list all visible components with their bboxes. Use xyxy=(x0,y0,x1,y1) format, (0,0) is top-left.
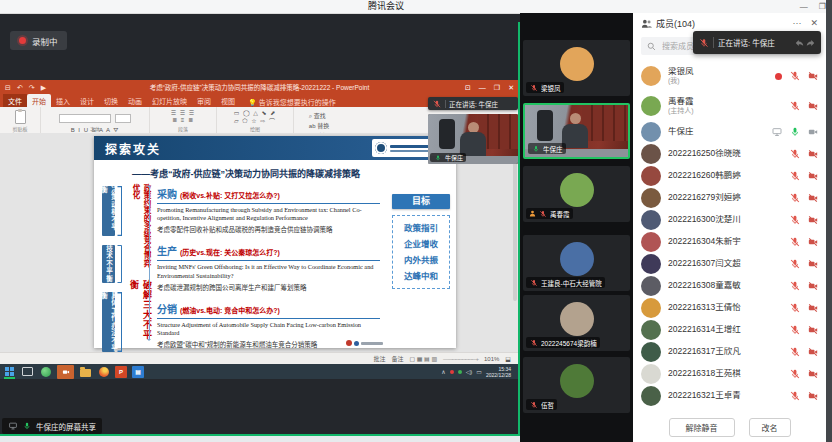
camera-icon[interactable] xyxy=(808,259,818,269)
video-thumbnail[interactable]: 牛保庄 xyxy=(523,103,630,159)
camera-icon[interactable] xyxy=(808,325,818,335)
tray-expand-icon[interactable]: ∧ xyxy=(441,368,445,375)
reply-arrow-icon[interactable] xyxy=(806,39,815,47)
ppt-minimize-button[interactable]: — xyxy=(479,84,486,91)
rename-button[interactable]: 改名 xyxy=(749,418,791,437)
network-icon[interactable]: ▭ xyxy=(476,368,482,375)
camera-icon[interactable] xyxy=(808,171,818,181)
speaker-video[interactable]: 牛保庄 xyxy=(428,114,518,164)
clipboard-group[interactable]: 剪贴板 xyxy=(0,107,41,133)
mic-icon[interactable] xyxy=(790,215,800,225)
mic-icon[interactable] xyxy=(790,347,800,357)
camera-icon[interactable] xyxy=(808,303,818,313)
mic-icon[interactable] xyxy=(790,237,800,247)
member-row[interactable]: 梁银凤 (我) xyxy=(633,61,826,91)
app-icon-blue[interactable]: ▤ xyxy=(132,366,144,378)
mic-icon[interactable] xyxy=(790,259,800,269)
editing-group[interactable]: ⌕ 查找 ab 替换 ▷ 选择 xyxy=(294,107,344,133)
camera-icon[interactable] xyxy=(808,237,818,247)
meeting-app-icon-active[interactable] xyxy=(57,365,74,379)
member-row[interactable]: 禹春霞 (主持人) xyxy=(633,91,826,121)
mic-icon[interactable] xyxy=(790,149,800,159)
zoom-level[interactable]: 101% xyxy=(484,356,499,362)
member-row[interactable]: 2022216304朱新宇 xyxy=(633,231,826,253)
member-row[interactable]: 2022216260韩鹏婷 xyxy=(633,165,826,187)
camera-icon[interactable] xyxy=(808,281,818,291)
ribbon-tab[interactable]: 设计 xyxy=(75,94,99,107)
mic-icon[interactable] xyxy=(790,127,800,137)
tray-red-icon[interactable] xyxy=(450,370,454,374)
mic-icon[interactable] xyxy=(790,171,800,181)
video-thumbnail[interactable]: 2022245674梁韵楠 xyxy=(523,295,630,351)
mic-icon[interactable] xyxy=(790,193,800,203)
camera-icon[interactable] xyxy=(808,193,818,203)
mic-icon[interactable] xyxy=(790,101,800,111)
camera-icon[interactable] xyxy=(808,101,818,111)
drawing-group[interactable]: ▭ ◯ △ ⬊ ⬈ ▱ ⬠ ☆ ⇨ ⌒ 绘图 xyxy=(217,107,294,133)
mic-icon[interactable] xyxy=(790,303,800,313)
raise-hand-arrow-icon[interactable] xyxy=(795,39,804,47)
ribbon-tab[interactable]: 幻灯片放映 xyxy=(147,94,192,107)
save-icon[interactable]: ⊟ xyxy=(5,84,11,92)
ribbon-tab[interactable]: 开始 xyxy=(27,94,51,107)
camera-icon[interactable] xyxy=(808,369,818,379)
paste-icon[interactable] xyxy=(15,110,26,124)
ribbon-options-icon[interactable]: ⊡ xyxy=(465,84,471,92)
quick-access-toolbar[interactable]: ⊟↶↷▶ xyxy=(5,80,46,95)
task-view-button[interactable] xyxy=(21,365,34,378)
firefox-icon[interactable] xyxy=(97,365,110,378)
browser-icon[interactable] xyxy=(39,365,52,378)
replace-button[interactable]: ab 替换 xyxy=(309,121,329,130)
start-button[interactable] xyxy=(3,365,16,378)
tab-file[interactable]: 文件 xyxy=(3,94,27,107)
ribbon-tab[interactable]: 切换 xyxy=(99,94,123,107)
find-button[interactable]: ⌕ 查找 xyxy=(309,111,329,120)
panel-more-button[interactable]: ··· xyxy=(792,18,801,28)
member-row[interactable]: 2022216314王增红 xyxy=(633,319,826,341)
mic-icon[interactable] xyxy=(790,281,800,291)
mic-icon[interactable] xyxy=(790,391,800,401)
minimize-button[interactable]: — xyxy=(800,2,808,11)
video-thumbnail[interactable]: 王建良-中石大经管院 xyxy=(523,235,630,291)
member-row[interactable]: 2022216308童嘉敏 xyxy=(633,275,826,297)
unmute-all-button[interactable]: 解除静音 xyxy=(669,418,735,437)
camera-icon[interactable] xyxy=(808,149,818,159)
member-row[interactable]: 2022216321王卓青 xyxy=(633,385,826,407)
fit-slide-icon[interactable]: ⬓ xyxy=(505,355,511,362)
ribbon-tab[interactable]: 审阅 xyxy=(192,94,216,107)
ppt-close-button[interactable]: ✕ xyxy=(508,84,514,92)
maximize-button[interactable]: ❐ xyxy=(819,2,826,11)
panel-close-button[interactable]: ✕ xyxy=(810,18,818,28)
member-row[interactable]: 牛保庄 xyxy=(633,121,826,143)
redo-icon[interactable]: ↷ xyxy=(29,84,35,92)
font-name-box[interactable] xyxy=(59,114,111,123)
member-row[interactable]: 2022216318王苑棋 xyxy=(633,363,826,385)
ppt-restore-button[interactable]: ❐ xyxy=(494,84,500,92)
ribbon-tab[interactable]: 插入 xyxy=(51,94,75,107)
comments-button[interactable]: 批注 xyxy=(373,354,385,363)
tell-me-box[interactable]: 💡 告诉我您想要执行的操作 xyxy=(248,97,336,107)
slideshow-icon[interactable]: ▶ xyxy=(41,84,46,92)
ribbon-tab[interactable]: 动画 xyxy=(123,94,147,107)
member-row[interactable]: 2022216313王倩怡 xyxy=(633,297,826,319)
paragraph-group[interactable]: ☰ ☰ ☰ ≣ ≡ ≣ 段落 xyxy=(150,107,217,133)
mic-icon[interactable] xyxy=(790,71,800,81)
camera-icon[interactable] xyxy=(808,391,818,401)
tray-green-icon[interactable] xyxy=(458,370,462,374)
video-thumbnail[interactable]: 梁银凤 xyxy=(523,40,630,96)
volume-icon[interactable]: ◁) xyxy=(466,368,473,375)
slide[interactable]: 探索攻关 ——考虑“政府-供应链”决策动力协同共振的降碳减排策略 决策动机不平衡 xyxy=(94,136,456,348)
taskbar-clock[interactable]: 15:34 2022/12/28 xyxy=(486,366,511,378)
member-row[interactable]: 2022216307闫文超 xyxy=(633,253,826,275)
camera-icon[interactable] xyxy=(808,215,818,225)
video-thumbnail[interactable]: 禹春霞 xyxy=(523,166,630,222)
font-size-box[interactable] xyxy=(115,114,131,123)
file-explorer-icon[interactable] xyxy=(79,365,92,378)
camera-icon[interactable] xyxy=(808,347,818,357)
member-row[interactable]: 2022216317王欣凡 xyxy=(633,341,826,363)
member-row[interactable]: 2022216279刘姮婷 xyxy=(633,187,826,209)
slide-scrollbar[interactable] xyxy=(513,141,517,301)
notes-button[interactable]: 备注 xyxy=(391,354,403,363)
mic-icon[interactable] xyxy=(790,325,800,335)
member-row[interactable]: 2022216300沈楚川 xyxy=(633,209,826,231)
